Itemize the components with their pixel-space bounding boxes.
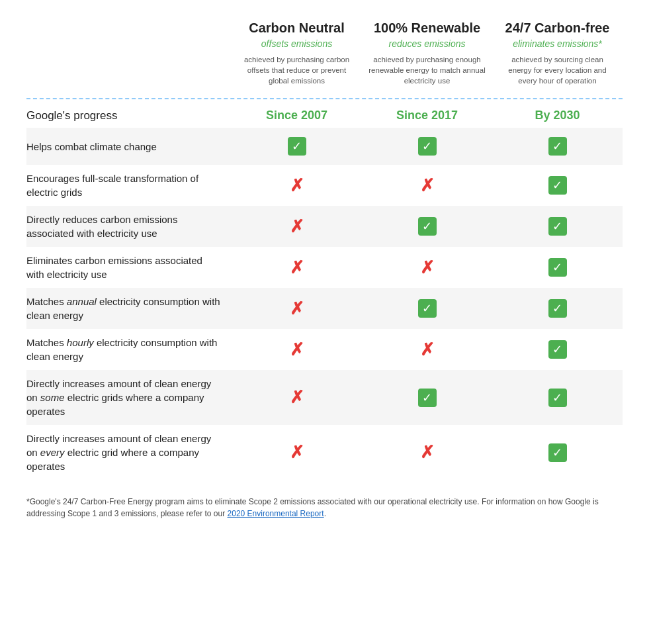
section-divider	[26, 98, 623, 99]
row-cell-col3: ✓	[492, 382, 623, 414]
header-row: Carbon Neutral offsets emissions achieve…	[26, 20, 623, 86]
table-row: Directly reduces carbon emissions associ…	[26, 206, 623, 247]
row-cell-col2: ✗	[362, 334, 492, 366]
row-label: Matches hourly electricity consumption w…	[26, 329, 232, 370]
table-row: Matches hourly electricity consumption w…	[26, 329, 623, 370]
check-icon: ✓	[548, 258, 567, 277]
row-cell-col1: ✗	[232, 169, 362, 202]
row-cell-col3: ✓	[492, 293, 623, 324]
table-row: Directly increases amount of clean energ…	[26, 370, 623, 425]
x-icon: ✗	[290, 258, 304, 277]
row-cell-col3: ✓	[492, 437, 623, 469]
row-cell-col2: ✓	[362, 382, 492, 414]
x-icon: ✗	[290, 388, 304, 406]
col-100-renewable-desc: achieved by purchasing enough renewable …	[368, 54, 486, 86]
features-table: Helps combat climate change ✓ ✓ ✓ Encour…	[26, 128, 623, 480]
x-icon: ✗	[420, 176, 435, 195]
footnote: *Google's 24/7 Carbon-Free Energy progra…	[26, 496, 623, 520]
x-icon: ✗	[420, 340, 435, 359]
row-label: Directly increases amount of clean energ…	[26, 370, 232, 425]
table-row: Encourages full-scale transformation of …	[26, 165, 623, 206]
table-row: Matches annual electricity consumption w…	[26, 288, 623, 329]
row-cell-col1: ✗	[232, 293, 362, 325]
row-cell-col1: ✗	[232, 334, 362, 366]
row-cell-col1: ✓	[232, 130, 362, 162]
check-icon: ✓	[418, 137, 437, 156]
row-cell-col3: ✓	[492, 252, 623, 283]
col-carbon-neutral-subtitle: offsets emissions	[238, 38, 355, 49]
check-icon: ✓	[288, 137, 306, 156]
col-100-renewable: 100% Renewable reduces emissions achieve…	[362, 20, 492, 86]
check-icon: ✓	[548, 340, 567, 359]
row-cell-col2: ✗	[362, 436, 492, 469]
col-247-carbon-free: 24/7 Carbon-free eliminates emissions* a…	[492, 20, 623, 86]
col-247-desc: achieved by sourcing clean energy for ev…	[499, 54, 616, 86]
col-100-renewable-title: 100% Renewable	[368, 20, 486, 36]
check-icon: ✓	[418, 389, 437, 407]
col-carbon-neutral-desc: achieved by purchasing carbon offsets th…	[238, 54, 355, 86]
col-247-subtitle: eliminates emissions*	[499, 38, 616, 49]
row-label: Eliminates carbon emissions associated w…	[26, 247, 232, 288]
check-icon: ✓	[548, 443, 567, 462]
row-cell-col1: ✗	[232, 210, 362, 243]
row-cell-col3: ✓	[492, 334, 623, 365]
check-icon: ✓	[548, 389, 567, 407]
progress-col1: Since 2007	[232, 109, 362, 122]
progress-col2: Since 2017	[362, 109, 492, 122]
col-carbon-neutral: Carbon Neutral offsets emissions achieve…	[232, 20, 362, 86]
row-cell-col3: ✓	[492, 210, 623, 242]
row-label: Helps combat climate change	[26, 133, 232, 160]
x-icon: ✗	[420, 258, 435, 277]
row-cell-col2: ✗	[362, 252, 492, 284]
table-row: Directly increases amount of clean energ…	[26, 425, 623, 480]
check-icon: ✓	[548, 299, 567, 318]
row-label: Matches annual electricity consumption w…	[26, 288, 232, 329]
check-icon: ✓	[548, 217, 567, 236]
row-label: Directly reduces carbon emissions associ…	[26, 206, 232, 247]
progress-row: Google's progress Since 2007 Since 2017 …	[26, 109, 623, 122]
table-row: Eliminates carbon emissions associated w…	[26, 247, 623, 288]
row-cell-col2: ✗	[362, 169, 492, 202]
row-label: Directly increases amount of clean energ…	[26, 425, 232, 480]
check-icon: ✓	[548, 137, 567, 156]
x-icon: ✗	[290, 217, 304, 236]
col-100-renewable-subtitle: reduces emissions	[368, 38, 486, 49]
x-icon: ✗	[290, 176, 304, 195]
check-icon: ✓	[418, 299, 437, 318]
progress-label: Google's progress	[26, 109, 232, 122]
row-label: Encourages full-scale transformation of …	[26, 165, 232, 206]
check-icon: ✓	[548, 176, 567, 195]
col-247-title: 24/7 Carbon-free	[499, 20, 616, 36]
row-cell-col1: ✗	[232, 381, 362, 414]
comparison-table: Carbon Neutral offsets emissions achieve…	[26, 20, 623, 520]
row-cell-col3: ✓	[492, 169, 623, 201]
table-row: Helps combat climate change ✓ ✓ ✓	[26, 128, 623, 165]
row-cell-col1: ✗	[232, 436, 362, 469]
footnote-end: .	[324, 509, 326, 518]
progress-col3: By 2030	[492, 109, 623, 122]
check-icon: ✓	[418, 217, 437, 236]
row-cell-col2: ✓	[362, 293, 492, 324]
x-icon: ✗	[290, 299, 304, 318]
x-icon: ✗	[420, 443, 435, 461]
x-icon: ✗	[290, 340, 304, 359]
row-cell-col3: ✓	[492, 130, 623, 162]
row-cell-col2: ✓	[362, 210, 492, 242]
col-carbon-neutral-title: Carbon Neutral	[238, 20, 355, 36]
footnote-link[interactable]: 2020 Environmental Report	[228, 509, 324, 518]
row-cell-col2: ✓	[362, 130, 492, 162]
x-icon: ✗	[290, 443, 304, 461]
row-cell-col1: ✗	[232, 252, 362, 284]
